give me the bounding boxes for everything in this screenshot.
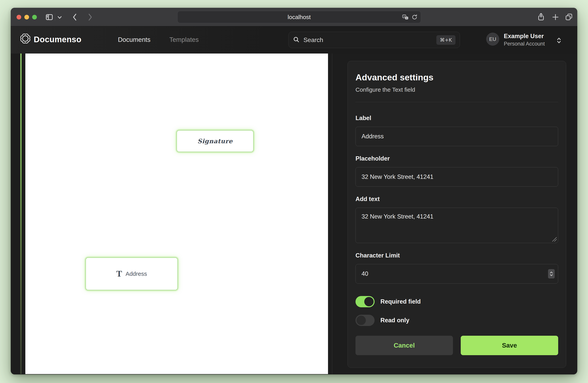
back-button[interactable] bbox=[72, 13, 78, 21]
document-page bbox=[25, 54, 328, 374]
save-button[interactable]: Save bbox=[461, 336, 558, 355]
minimize-button[interactable] bbox=[24, 15, 29, 19]
character-limit-label: Character Limit bbox=[356, 252, 558, 259]
sidebar-toggle-icon[interactable] bbox=[45, 14, 53, 21]
text-field-label: Address bbox=[126, 270, 147, 277]
nav-templates[interactable]: Templates bbox=[169, 36, 199, 43]
chevrons-up-down-icon[interactable] bbox=[556, 37, 562, 45]
url-text: localhost bbox=[288, 14, 311, 20]
svg-text:a: a bbox=[406, 17, 407, 19]
panel-divider bbox=[356, 102, 558, 102]
tab-overview-icon[interactable] bbox=[565, 13, 573, 21]
search-icon bbox=[293, 36, 299, 44]
required-field-toggle[interactable] bbox=[356, 296, 375, 307]
number-stepper[interactable] bbox=[548, 269, 555, 279]
read-only-row: Read only bbox=[356, 315, 558, 326]
panel-subtitle: Configure the Text field bbox=[356, 86, 558, 93]
content-divider bbox=[332, 54, 332, 374]
required-field-label: Required field bbox=[380, 298, 421, 305]
stepper-up-icon bbox=[550, 271, 553, 274]
required-field-row: Required field bbox=[356, 296, 558, 307]
toggle-knob bbox=[357, 316, 366, 325]
panel-title: Advanced settings bbox=[356, 72, 558, 82]
signature-field[interactable]: Signature bbox=[176, 130, 254, 152]
advanced-settings-panel: Advanced settings Configure the Text fie… bbox=[348, 61, 566, 368]
browser-window: localhost A a bbox=[11, 8, 577, 374]
label-input[interactable] bbox=[356, 127, 558, 146]
svg-text:A: A bbox=[403, 15, 405, 18]
read-only-label: Read only bbox=[380, 317, 409, 324]
share-icon[interactable] bbox=[537, 12, 545, 21]
cancel-button[interactable]: Cancel bbox=[356, 336, 453, 355]
add-text-textarea[interactable]: 32 New York Street, 41241 bbox=[356, 208, 558, 243]
chevron-down-icon[interactable] bbox=[57, 16, 62, 19]
search-shortcut-badge: ⌘+K bbox=[436, 35, 456, 45]
panel-actions: Cancel Save bbox=[356, 336, 558, 355]
text-icon: T bbox=[116, 269, 122, 278]
search-input[interactable]: Search ⌘+K bbox=[289, 32, 460, 48]
close-button[interactable] bbox=[17, 15, 21, 19]
label-field-label: Label bbox=[356, 115, 558, 122]
add-text-label: Add text bbox=[356, 196, 558, 203]
text-field-address[interactable]: T Address bbox=[85, 257, 178, 290]
documenso-logo-icon[interactable] bbox=[20, 33, 31, 45]
nav-documents[interactable]: Documents bbox=[118, 36, 150, 43]
avatar[interactable]: EU bbox=[486, 33, 499, 46]
zoom-button[interactable] bbox=[32, 15, 37, 19]
translate-icon[interactable]: A a bbox=[402, 14, 409, 20]
search-placeholder: Search bbox=[303, 36, 432, 44]
user-account-type: Personal Account bbox=[504, 41, 545, 47]
forward-button[interactable] bbox=[87, 13, 93, 21]
new-tab-icon[interactable] bbox=[551, 13, 559, 21]
placeholder-input[interactable] bbox=[356, 167, 558, 187]
add-text-wrap: 32 New York Street, 41241 bbox=[356, 208, 558, 243]
character-limit-input[interactable] bbox=[356, 264, 558, 284]
signature-field-label: Signature bbox=[197, 138, 232, 145]
placeholder-field-label: Placeholder bbox=[356, 155, 558, 162]
user-name[interactable]: Example User bbox=[504, 33, 544, 40]
toolbar-divider bbox=[55, 13, 55, 21]
address-bar[interactable]: localhost A a bbox=[177, 11, 421, 23]
reload-icon[interactable] bbox=[411, 14, 418, 20]
accent-line bbox=[20, 54, 22, 374]
stepper-down-icon bbox=[550, 274, 553, 276]
character-limit-wrap bbox=[356, 264, 558, 284]
brand-name[interactable]: Documenso bbox=[34, 35, 82, 44]
browser-toolbar: localhost A a bbox=[11, 8, 577, 26]
toggle-knob bbox=[364, 297, 374, 306]
read-only-toggle[interactable] bbox=[356, 315, 375, 326]
